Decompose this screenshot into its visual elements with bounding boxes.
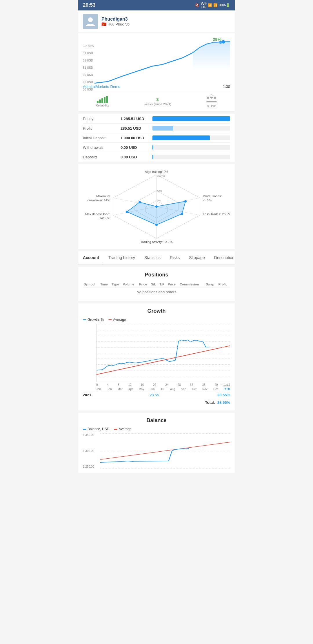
bal-grid2: [100, 451, 230, 451]
legend-red-dot: [108, 319, 112, 320]
grid2: [97, 336, 230, 336]
chart-svg: [94, 36, 230, 90]
tabs-bar: Account Trading history Statistics Risks…: [78, 251, 235, 265]
svg-text:0%: 0%: [157, 199, 161, 202]
col-price: Price: [138, 281, 150, 287]
col-sl: S/L: [150, 281, 159, 287]
lte-icon: Vo))LTE: [201, 2, 207, 9]
svg-point-19: [126, 211, 128, 213]
balance-avg-label: Average: [119, 427, 131, 431]
col-profit: Profit: [218, 281, 230, 287]
growth-section: Growth Growth, % Average 32.00 28.00 24.…: [78, 303, 235, 410]
legend-growth: Growth, %: [83, 318, 104, 322]
battery-icon: 30%🔋: [219, 3, 230, 7]
svg-text:Trading activity: 63.7%: Trading activity: 63.7%: [141, 240, 173, 244]
svg-text:Algo trading: 0%: Algo trading: 0%: [145, 170, 168, 173]
col-price2: Price: [167, 281, 179, 287]
svg-point-3: [207, 97, 209, 99]
svg-point-1: [222, 40, 225, 44]
grid8: [97, 370, 230, 370]
stat-weeks: 3 weeks (since 2021): [144, 97, 171, 106]
metric-deposits: Deposits 0.00 USD: [83, 152, 230, 162]
grid9: [97, 376, 230, 376]
svg-marker-14: [127, 201, 185, 225]
col-commission: Commission: [179, 281, 205, 287]
balance-title: Balance: [83, 417, 230, 424]
bar3: [101, 98, 103, 103]
col-type: Type: [111, 281, 122, 287]
deposit-value: 1 000.00 USD: [121, 136, 152, 140]
profile-username: Phucdigan3: [101, 17, 130, 22]
profile-fullname: 🇻🇳 Huu Phuc Vo: [101, 22, 130, 26]
aug-value: 28.55: [91, 393, 217, 397]
deposit-bar-container: [152, 135, 230, 140]
balance-section: Balance Balance, USD Average 1 350.00 1 …: [78, 413, 235, 473]
withdrawals-label: Withdrawals: [83, 145, 121, 150]
svg-point-18: [155, 224, 158, 226]
svg-text:100+%: 100+%: [157, 174, 165, 177]
radar-container: Algo trading: 0% 100+% 50% 0% Profit Tra…: [83, 169, 230, 244]
grid4: [97, 347, 230, 348]
growth-chart-wrapper: 32.00 28.00 24.00 20.00 16.00 12.00 8.00…: [83, 324, 230, 391]
tab-statistics[interactable]: Statistics: [140, 251, 165, 264]
svg-text:Profit Trades:: Profit Trades:: [203, 194, 222, 198]
tab-account[interactable]: Account: [78, 251, 104, 265]
svg-point-0: [88, 17, 93, 22]
reliability-label: Reliability: [96, 104, 109, 107]
bar2: [99, 100, 101, 103]
balance-legend: Balance, USD Average: [83, 427, 230, 431]
stat-followers: 0 0 USD: [206, 95, 217, 108]
growth-chart-area: Trades: [96, 324, 230, 382]
tab-slippage[interactable]: Slippage: [184, 251, 210, 264]
year-row: 2021 28.55 28.55%: [83, 391, 230, 399]
metric-withdrawals: Withdrawals 0.00 USD: [83, 143, 230, 152]
metrics-table: Equity 1 285.51 USD Profit 285.51 USD In…: [78, 114, 235, 162]
metric-deposit: Initial Deposit 1 000.00 USD: [83, 133, 230, 143]
total-value: 28.55%: [217, 400, 230, 405]
weeks-label: weeks (since 2021): [144, 102, 171, 106]
profit-bar-container: [152, 126, 230, 131]
balance-chart-area: [100, 433, 230, 468]
svg-point-4: [214, 97, 216, 99]
total-row: Total: 28.55%: [83, 399, 230, 406]
status-bar: 20:53 🔇 Vo))LTE 📶 📶 30%🔋: [78, 0, 235, 10]
svg-text:73.5%: 73.5%: [203, 198, 212, 202]
positions-table: Symbol Time Type Volume Price S/L T/P Pr…: [83, 281, 230, 296]
tab-trading-history[interactable]: Trading history: [104, 251, 140, 264]
legend-balance: Balance, USD: [83, 427, 109, 431]
metric-profit: Profit 285.51 USD: [83, 124, 230, 133]
profit-value: 285.51 USD: [121, 126, 152, 131]
deposits-bar: [152, 155, 153, 159]
deposits-bar-container: [152, 155, 230, 159]
trades-label: Trades: [221, 384, 230, 387]
signal-icon: 📶: [213, 3, 218, 7]
equity-label: Equity: [83, 117, 121, 121]
positions-section: Positions Symbol Time Type Volume Price …: [78, 267, 235, 301]
grid1: [97, 330, 230, 330]
legend-avg-balance: Average: [114, 427, 131, 431]
wifi-icon: 📶: [208, 3, 212, 7]
flag-icon: 🇻🇳: [101, 22, 106, 26]
bal-grid1: [100, 433, 230, 434]
chart-section: -28.55% 51 USD 51 USD 51 USD 00 USD 00 U…: [78, 33, 235, 91]
chart-y-labels: -28.55% 51 USD 51 USD 51 USD 00 USD 00 U…: [83, 44, 94, 91]
svg-point-15: [155, 205, 158, 208]
mute-icon: 🔇: [195, 3, 199, 7]
col-symbol: Symbol: [83, 281, 99, 287]
equity-bar-container: [152, 116, 230, 121]
svg-point-16: [184, 200, 187, 202]
chart-area: -28.55% 51 USD 51 USD 51 USD 00 USD 00 U…: [83, 36, 230, 82]
profit-label: Profit: [83, 126, 121, 131]
weeks-value: 3: [144, 97, 171, 102]
tab-description[interactable]: Description: [210, 251, 235, 264]
bal-grid3: [100, 468, 230, 468]
followers-count: 0: [210, 94, 214, 97]
status-icons: 🔇 Vo))LTE 📶 📶 30%🔋: [195, 2, 230, 9]
stat-reliability: Reliability: [96, 96, 109, 107]
tab-risks[interactable]: Risks: [165, 251, 184, 264]
withdrawals-bar-container: [152, 145, 230, 150]
svg-text:50%: 50%: [157, 190, 162, 193]
bar5: [106, 96, 108, 103]
total-label: Total:: [205, 400, 215, 405]
year-label: 2021: [83, 393, 91, 397]
